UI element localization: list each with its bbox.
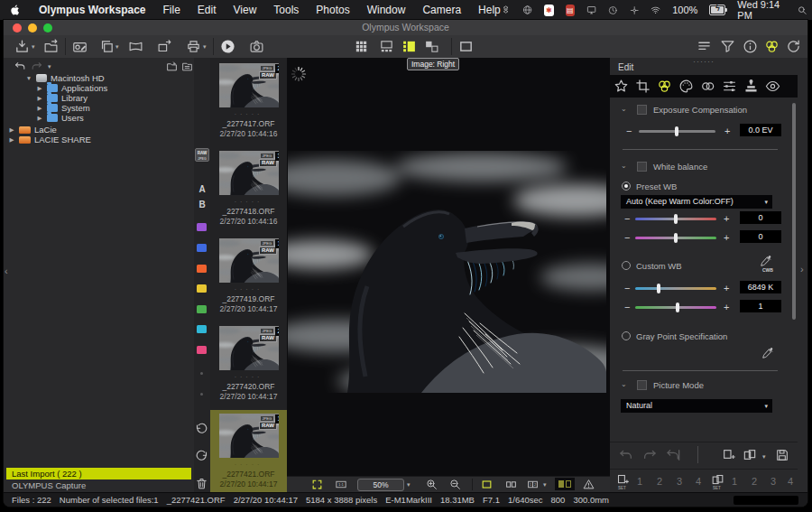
menu-view[interactable]: View	[234, 4, 257, 16]
single-image-view-icon[interactable]	[481, 479, 493, 490]
apply-settings-icon[interactable]	[711, 473, 724, 487]
disclosure-icon[interactable]: ▶	[36, 115, 43, 122]
lens-correction-tab-icon[interactable]	[700, 79, 715, 94]
olympus-capture-item[interactable]: OLYMPUS Capture	[12, 480, 86, 490]
nav-back-icon[interactable]	[14, 61, 26, 72]
rating-dots[interactable]: ·····	[210, 374, 287, 380]
rotate-left-icon[interactable]	[195, 423, 208, 436]
thumbnail-item-3[interactable]: JPEGRAW1 ····· _2277419.ORF 2/27/20 10:4…	[210, 235, 287, 321]
picture-mode-checkbox[interactable]	[637, 380, 647, 390]
transfer-icon[interactable]	[43, 39, 59, 54]
paste-caret-icon[interactable]: ▾	[762, 453, 766, 461]
kelvin-value[interactable]: 6849 K	[740, 281, 781, 293]
thumbnail-item-1[interactable]: JPEGRAW2 ····· _2277417.ORF 2/27/20 10:4…	[210, 60, 287, 145]
apply-slot-2[interactable]: 2	[752, 476, 757, 487]
set-slot-4[interactable]: 4	[696, 476, 701, 487]
thumbnail-item-5-selected[interactable]: JPEGRAW1 ····· _2277421.ORF 2/27/20 10:4…	[210, 410, 287, 496]
adjustment-sliders-tab-icon[interactable]	[722, 79, 737, 94]
favorite-star-icon[interactable]	[614, 79, 629, 94]
single-view-icon[interactable]	[458, 39, 474, 54]
menu-photos[interactable]: Photos	[316, 4, 349, 16]
color-label-cyan[interactable]	[197, 325, 207, 333]
wb-green-value[interactable]: 0	[740, 230, 781, 243]
info-icon[interactable]	[743, 39, 758, 54]
chevron-down-icon[interactable]: ⌄	[621, 105, 627, 113]
tree-item-macintosh-hd[interactable]: ▼ Macintosh HD	[4, 73, 194, 83]
revert-icon[interactable]	[666, 448, 680, 462]
menu-window[interactable]: Window	[367, 4, 406, 16]
multi-image-view-icon[interactable]	[527, 479, 539, 490]
tint-slider[interactable]	[635, 306, 716, 309]
history-icon[interactable]	[786, 39, 801, 54]
wifi-icon[interactable]	[651, 4, 660, 16]
sort-list-icon[interactable]	[697, 39, 712, 54]
before-after-toggle-icon[interactable]	[555, 478, 575, 490]
menu-tools[interactable]: Tools	[273, 4, 299, 16]
rating-dots[interactable]: ·····	[210, 286, 287, 293]
menu-help[interactable]: Help	[478, 4, 501, 16]
menu-camera[interactable]: Camera	[422, 4, 461, 16]
globe-icon[interactable]	[522, 4, 532, 16]
wb-green-plus[interactable]: +	[724, 233, 729, 242]
thumbnail-item-2[interactable]: JPEGRAW3 ····· _2277418.ORF 2/27/20 10:4…	[210, 147, 287, 233]
rating-dots[interactable]: ·····	[210, 461, 287, 468]
filter-letter-a[interactable]: A	[194, 184, 210, 194]
delete-trash-icon[interactable]	[195, 477, 208, 490]
picture-mode-dropdown[interactable]: Natural ▾	[621, 399, 772, 413]
set-slot-1[interactable]: 1	[637, 476, 642, 487]
wb-amber-value[interactable]: 0	[740, 211, 781, 224]
close-window-button[interactable]	[13, 23, 22, 33]
wb-green-slider[interactable]	[635, 237, 716, 239]
wb-amber-minus[interactable]: −	[624, 214, 630, 223]
set-slot-2[interactable]: 2	[657, 476, 662, 487]
tree-item-lacie-share[interactable]: ▶ LACIE SHARE	[4, 135, 194, 144]
filmstrip-left-view-icon[interactable]	[401, 39, 417, 54]
zoom-window-button[interactable]	[43, 23, 52, 33]
zoom-caret-icon[interactable]: ▾	[407, 481, 411, 489]
raw-edit-icon[interactable]	[72, 39, 88, 54]
save-icon[interactable]	[775, 448, 789, 462]
disclosure-icon[interactable]: ▶	[36, 105, 43, 112]
tree-item-system[interactable]: ▶ System	[4, 103, 194, 113]
title-bar[interactable]: Olympus Workspace	[4, 20, 807, 36]
kelvin-plus[interactable]: +	[724, 284, 729, 293]
color-label-yellow[interactable]	[197, 284, 207, 293]
menu-app-name[interactable]: Olympus Workspace	[39, 4, 146, 16]
preset-wb-dropdown[interactable]: Auto (Keep Warm Color:OFF) ▾	[621, 195, 772, 209]
duplicate-icon[interactable]	[99, 39, 115, 54]
color-label-orange[interactable]	[197, 265, 207, 273]
tree-item-lacie[interactable]: ▶ LaCie	[4, 125, 194, 135]
disclosure-icon[interactable]: ▶	[36, 95, 43, 102]
filter-letter-b[interactable]: B	[194, 200, 210, 209]
color-label-blue[interactable]	[197, 244, 207, 252]
tint-value[interactable]: 1	[740, 300, 781, 312]
stamp-tool-icon[interactable]	[743, 79, 759, 94]
menu-file[interactable]: File	[163, 4, 180, 16]
exposure-slider[interactable]	[639, 130, 715, 133]
chevron-down-icon[interactable]: ⌄	[621, 162, 627, 170]
dual-image-view-icon[interactable]	[505, 479, 517, 490]
filter-icon[interactable]	[720, 39, 735, 54]
multi-view-caret-icon[interactable]: ▾	[543, 481, 547, 489]
apply-slot-3[interactable]: 3	[770, 476, 776, 487]
chevron-down-icon[interactable]: ⌄	[621, 380, 627, 388]
redo-icon[interactable]	[642, 448, 657, 462]
color-label-green[interactable]	[197, 305, 207, 313]
panel-scrollbar[interactable]	[792, 103, 796, 320]
kelvin-minus[interactable]: −	[624, 284, 630, 293]
time-machine-icon[interactable]	[608, 5, 617, 16]
menu-edit[interactable]: Edit	[198, 4, 217, 16]
thumbnail-image[interactable]: JPEGRAW3	[219, 151, 279, 195]
disclosure-icon[interactable]: ▼	[25, 75, 32, 81]
rating-dots[interactable]: ·····	[210, 199, 287, 205]
disclosure-icon[interactable]: ▶	[8, 136, 15, 144]
new-folder-icon[interactable]	[166, 61, 178, 72]
slideshow-play-icon[interactable]	[220, 39, 235, 54]
thumbnail-item-4[interactable]: JPEGRAW2 ····· _2277420.ORF 2/27/20 10:4…	[210, 322, 287, 408]
wb-amber-slider[interactable]	[635, 218, 716, 220]
exposure-checkbox[interactable]	[637, 105, 647, 115]
palette-tab-icon[interactable]	[678, 79, 694, 94]
exposure-value[interactable]: 0.0 EV	[740, 124, 781, 136]
tree-item-applications[interactable]: ▶ Applications	[4, 83, 194, 93]
gray-point-eyedropper-icon[interactable]	[761, 347, 774, 359]
